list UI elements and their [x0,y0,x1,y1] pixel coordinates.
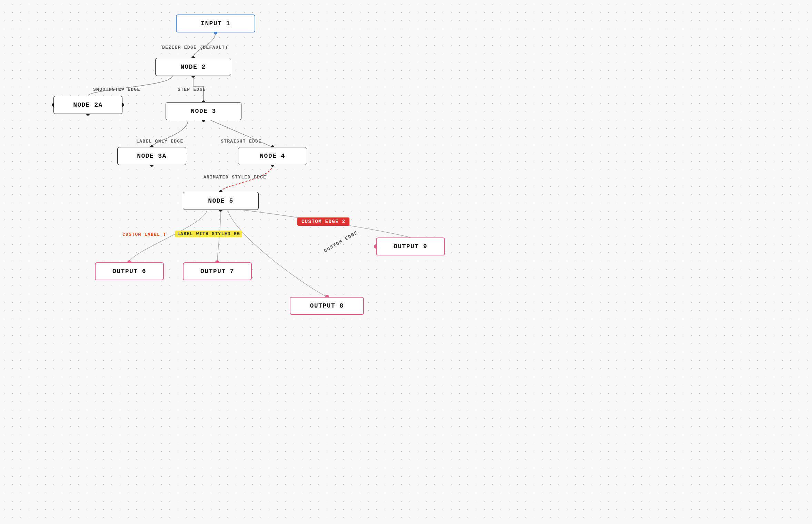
node-3-label: NODE 3 [191,108,216,115]
node-output8[interactable]: OUTPUT 8 [290,297,364,315]
node-input1[interactable]: INPUT 1 [176,14,255,32]
node-output7-label: OUTPUT 7 [200,268,234,275]
node-4[interactable]: NODE 4 [238,147,307,165]
node-3a[interactable]: NODE 3A [117,147,186,165]
smoothstep-edge-label: SMOOTHSTEP EDGE [93,87,140,92]
bezier-edge-label: BEZIER EDGE (DEFAULT) [162,45,228,50]
step-edge-label: STEP EDGE [178,87,206,92]
node-3[interactable]: NODE 3 [166,102,241,120]
node-2-label: NODE 2 [180,64,206,70]
node-5[interactable]: NODE 5 [183,192,259,210]
node-5-label: NODE 5 [208,197,233,204]
node-output9[interactable]: OUTPUT 9 [376,237,445,255]
node-output6-label: OUTPUT 6 [112,268,146,275]
node-2a[interactable]: NODE 2A [53,96,122,114]
node-output7[interactable]: OUTPUT 7 [183,262,252,280]
custom-label-yellow-bg: LABEL WITH STYLED BG [175,231,242,237]
node-input1-label: INPUT 1 [201,20,230,27]
node-output6[interactable]: OUTPUT 6 [95,262,164,280]
label-only-edge-label: LABEL ONLY EDGE [136,139,184,144]
animated-edge-label: ANIMATED STYLED EDGE [204,175,266,180]
custom-label-red: CUSTOM LABEL T [122,232,166,237]
custom-edge-2-label: CUSTOM EDGE 2 [297,217,349,226]
node-output9-label: OUTPUT 9 [394,243,427,250]
node-output8-label: OUTPUT 8 [310,302,344,309]
node-2[interactable]: NODE 2 [155,58,231,76]
node-4-label: NODE 4 [260,153,285,159]
straight-edge-label: STRAIGHT EDGE [221,139,261,144]
node-3a-label: NODE 3A [137,153,167,159]
node-2a-label: NODE 2A [73,101,103,108]
